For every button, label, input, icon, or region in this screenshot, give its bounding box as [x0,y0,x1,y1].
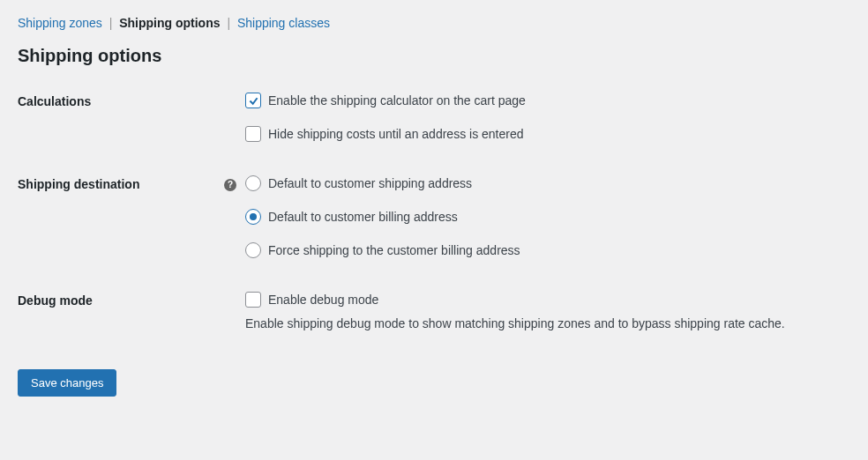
tab-separator: | [109,16,113,30]
label-force-billing-address[interactable]: Force shipping to the customer billing a… [268,243,520,257]
debug-description: Enable shipping debug mode to show match… [245,316,850,330]
checkbox-enable-debug[interactable] [245,292,261,308]
label-ship-billing-address[interactable]: Default to customer billing address [268,210,458,224]
label-destination: Shipping destination [18,177,139,191]
label-calculations: Calculations [18,93,245,108]
label-enable-debug[interactable]: Enable debug mode [268,293,378,307]
label-ship-shipping-address[interactable]: Default to customer shipping address [268,176,472,190]
label-hide-costs[interactable]: Hide shipping costs until an address is … [268,127,524,141]
radio-ship-shipping-address[interactable] [245,175,261,191]
checkbox-enable-calculator[interactable] [245,93,261,108]
checkbox-hide-costs[interactable] [245,126,261,142]
save-button[interactable]: Save changes [18,369,116,397]
subtabs: Shipping zones | Shipping options | Ship… [18,16,850,30]
label-debug: Debug mode [18,292,245,308]
tab-shipping-zones[interactable]: Shipping zones [18,16,102,30]
check-icon [248,95,259,107]
radio-force-billing-address[interactable] [245,242,261,258]
help-icon[interactable]: ? [224,179,236,191]
label-enable-calculator[interactable]: Enable the shipping calculator on the ca… [268,93,526,108]
tab-separator: | [227,16,230,30]
radio-ship-billing-address[interactable] [245,209,261,225]
row-calculations: Calculations Enable the shipping calcula… [18,93,850,142]
row-destination: Shipping destination ? Default to custom… [18,175,850,258]
tab-shipping-options[interactable]: Shipping options [119,16,220,30]
row-debug: Debug mode Enable debug mode Enable ship… [18,292,850,330]
tab-shipping-classes[interactable]: Shipping classes [237,16,330,30]
page-title: Shipping options [18,46,850,66]
